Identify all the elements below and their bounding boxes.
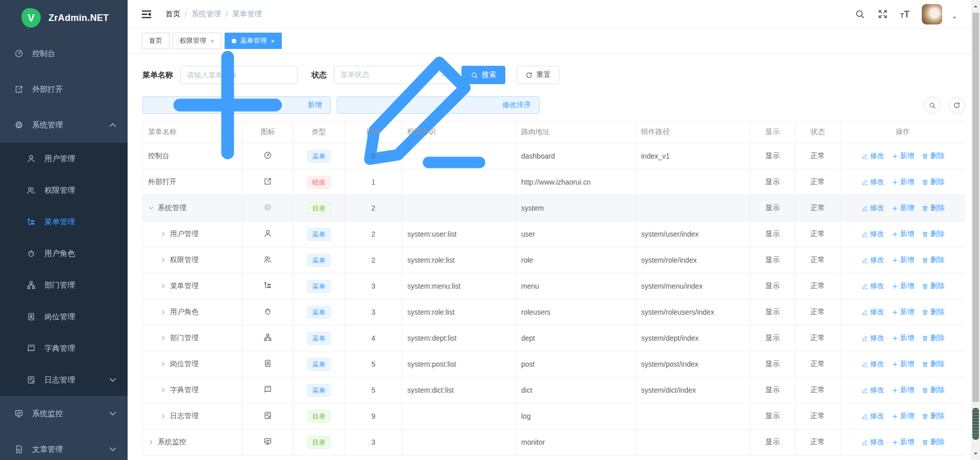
app-logo[interactable]: V ZrAdmin.NET xyxy=(0,0,128,36)
chevron-right-icon[interactable] xyxy=(160,283,166,289)
row-action-删除[interactable]: 删除 xyxy=(922,386,945,395)
chevron-right-icon[interactable] xyxy=(160,309,166,315)
chevron-right-icon[interactable] xyxy=(160,413,166,419)
row-action-修改[interactable]: 修改 xyxy=(862,334,885,343)
sidebar-subitem[interactable]: 日志管理 xyxy=(0,364,128,396)
sidebar-subitem[interactable]: 部门管理 xyxy=(0,269,128,301)
row-action-修改[interactable]: 修改 xyxy=(862,229,885,239)
row-action-修改[interactable]: 修改 xyxy=(862,151,885,161)
sidebar-subitem[interactable]: 用户管理 xyxy=(0,143,128,174)
menu-name-label: 岗位管理 xyxy=(170,360,199,369)
edit-icon xyxy=(862,439,868,446)
row-action-新增[interactable]: 新增 xyxy=(892,334,915,343)
row-action-label: 删除 xyxy=(930,255,945,265)
search-icon[interactable] xyxy=(854,9,865,19)
plus-icon xyxy=(892,231,898,238)
reset-button[interactable]: 重置 xyxy=(517,66,559,84)
sidebar-subitem[interactable]: 岗位管理 xyxy=(0,301,128,333)
trash-icon xyxy=(922,335,928,342)
user-avatar[interactable] xyxy=(922,4,942,24)
row-action-新增[interactable]: 新增 xyxy=(892,229,915,239)
chevron-right-icon[interactable] xyxy=(160,387,166,393)
fullscreen-icon[interactable] xyxy=(877,9,888,19)
visible-cell: 显示 xyxy=(750,351,795,377)
refresh-table-button[interactable] xyxy=(948,97,965,114)
row-action-新增[interactable]: 新增 xyxy=(892,203,915,213)
row-action-修改[interactable]: 修改 xyxy=(862,360,885,369)
row-action-删除[interactable]: 删除 xyxy=(922,308,945,317)
menu-type-cell: 菜单 xyxy=(293,247,345,273)
row-action-修改[interactable]: 修改 xyxy=(862,412,885,421)
row-action-新增[interactable]: 新增 xyxy=(892,386,915,395)
type-tag: 目录 xyxy=(307,202,331,215)
row-action-修改[interactable]: 修改 xyxy=(862,438,885,447)
users-icon xyxy=(27,186,36,195)
add-button[interactable]: 新增 xyxy=(142,96,331,114)
sidebar-item[interactable]: 文章管理 xyxy=(0,431,128,460)
menu-icon-cell xyxy=(243,247,293,273)
menu-name-label: 系统管理 xyxy=(158,203,186,213)
status-label: 状态 xyxy=(311,70,327,80)
actions-cell: 修改新增删除 xyxy=(841,429,966,455)
chevron-right-icon[interactable] xyxy=(160,335,166,341)
scroll-down-arrow-icon[interactable] xyxy=(971,449,980,458)
row-action-删除[interactable]: 删除 xyxy=(922,177,945,187)
row-action-删除[interactable]: 删除 xyxy=(922,334,945,343)
perms-cell: system:menu:list xyxy=(402,273,516,299)
logo-icon: V xyxy=(21,8,41,28)
breadcrumb-separator: / xyxy=(185,10,187,18)
row-action-修改[interactable]: 修改 xyxy=(862,177,885,187)
row-action-修改[interactable]: 修改 xyxy=(862,282,885,291)
chevron-right-icon[interactable] xyxy=(160,361,166,367)
row-action-修改[interactable]: 修改 xyxy=(862,386,885,395)
sidebar-item[interactable]: 系统监控 xyxy=(0,396,128,431)
row-action-新增[interactable]: 新增 xyxy=(892,308,915,317)
scroll-up-arrow-icon[interactable] xyxy=(971,2,980,11)
row-action-新增[interactable]: 新增 xyxy=(892,412,915,421)
modify-sort-button[interactable]: 修改排序 xyxy=(337,96,540,114)
chevron-down-icon[interactable] xyxy=(148,205,154,211)
caret-down-icon[interactable] xyxy=(951,15,958,21)
row-action-删除[interactable]: 删除 xyxy=(922,203,945,213)
breadcrumb-item[interactable]: 菜单管理 xyxy=(232,9,262,19)
row-action-新增[interactable]: 新增 xyxy=(892,151,915,161)
row-action-删除[interactable]: 删除 xyxy=(922,438,945,447)
sidebar-subitem[interactable]: 菜单管理 xyxy=(0,206,128,238)
sidebar-subitem[interactable]: 用户角色 xyxy=(0,238,128,269)
sidebar-item[interactable]: 控制台 xyxy=(0,36,128,71)
chevron-right-icon[interactable] xyxy=(160,257,166,263)
row-action-删除[interactable]: 删除 xyxy=(922,229,945,239)
menu-collapse-icon[interactable] xyxy=(141,9,152,20)
row-action-修改[interactable]: 修改 xyxy=(862,203,885,213)
actions-cell: 修改新增删除 xyxy=(841,221,966,247)
row-action-修改[interactable]: 修改 xyxy=(862,308,885,317)
menu-icon-cell xyxy=(243,403,293,429)
chevron-right-icon[interactable] xyxy=(148,439,154,445)
row-action-新增[interactable]: 新增 xyxy=(892,255,915,265)
sidebar-item[interactable]: 系统管理 xyxy=(0,107,128,143)
row-action-删除[interactable]: 删除 xyxy=(922,255,945,265)
row-action-新增[interactable]: 新增 xyxy=(892,360,915,369)
row-action-新增[interactable]: 新增 xyxy=(892,177,915,187)
sidebar-subitem[interactable]: 权限管理 xyxy=(0,174,128,206)
row-action-新增[interactable]: 新增 xyxy=(892,438,915,447)
row-action-删除[interactable]: 删除 xyxy=(922,282,945,291)
sidebar-subitem[interactable]: 字典管理 xyxy=(0,333,128,364)
row-action-删除[interactable]: 删除 xyxy=(922,360,945,369)
row-action-新增[interactable]: 新增 xyxy=(892,282,915,291)
breadcrumb-item[interactable]: 系统管理 xyxy=(191,9,221,19)
row-action-label: 删除 xyxy=(930,308,945,317)
breadcrumb-item[interactable]: 首页 xyxy=(165,9,180,19)
font-size-icon[interactable]: TT xyxy=(900,10,910,19)
sidebar-item[interactable]: 外部打开 xyxy=(0,71,128,107)
show-search-button[interactable] xyxy=(924,97,941,114)
row-action-删除[interactable]: 删除 xyxy=(922,412,945,421)
scrollbar-thumb[interactable] xyxy=(972,13,979,402)
row-action-删除[interactable]: 删除 xyxy=(922,151,945,161)
actions-cell: 修改新增删除 xyxy=(841,143,966,169)
component-cell: system/role/index xyxy=(636,247,750,273)
page-scrollbar[interactable] xyxy=(971,0,980,460)
row-action-修改[interactable]: 修改 xyxy=(862,255,885,265)
chevron-right-icon[interactable] xyxy=(160,231,166,237)
scrollbar-widget[interactable] xyxy=(972,408,979,440)
